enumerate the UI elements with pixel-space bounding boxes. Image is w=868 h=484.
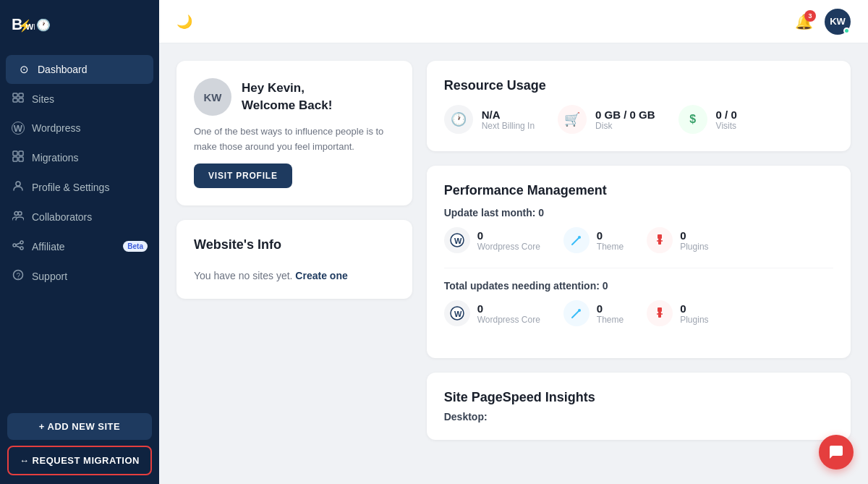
plugins-label: Plugins xyxy=(680,242,708,252)
online-indicator xyxy=(843,27,850,34)
visit-profile-button[interactable]: VISIT PROFILE xyxy=(194,164,292,188)
profile-icon xyxy=(12,180,25,194)
pagespeed-desktop-label: Desktop: xyxy=(444,411,833,423)
wp-core-count: 0 xyxy=(477,229,540,242)
sidebar-item-dashboard[interactable]: ⊙ Dashboard xyxy=(6,55,153,84)
perf-plugins: 0 Plugins xyxy=(647,227,708,253)
perf-theme: 0 Theme xyxy=(563,227,624,253)
svg-rect-9 xyxy=(13,157,17,161)
welcome-top: KW Hey Kevin,Welcome Back! xyxy=(194,78,395,116)
attention-wp-core: W 0 Wordpress Core xyxy=(444,300,540,326)
resource-billing: 🕐 N/A Next Billing In xyxy=(444,105,535,134)
svg-point-31 xyxy=(578,309,581,312)
notifications-button[interactable]: 🔔 3 xyxy=(795,13,813,30)
svg-point-16 xyxy=(20,247,23,250)
last-month-items: W 0 Wordpress Core 0 Theme xyxy=(444,227,833,253)
sidebar-item-collaborators[interactable]: Collaborators xyxy=(0,202,159,232)
sidebar-item-migrations[interactable]: Migrations xyxy=(0,143,159,172)
divider xyxy=(444,268,833,268)
sidebar-logo: B ⚡ WP 🕐 xyxy=(0,0,159,49)
attention-plugins: 0 Plugins xyxy=(647,300,708,326)
svg-rect-32 xyxy=(658,307,662,312)
topbar: 🌙 🔔 3 KW xyxy=(159,0,868,43)
svg-point-13 xyxy=(18,212,22,216)
last-month-title: Update last month: 0 xyxy=(444,207,833,218)
clock-icon[interactable]: 🕐 xyxy=(36,18,51,32)
sidebar-item-label: Affiliate xyxy=(32,241,116,252)
left-column: KW Hey Kevin,Welcome Back! One of the be… xyxy=(176,61,412,440)
sidebar-item-wordpress[interactable]: W Wordpress xyxy=(0,114,159,143)
svg-rect-5 xyxy=(13,98,17,102)
svg-text:WP: WP xyxy=(26,22,35,31)
svg-text:?: ? xyxy=(17,272,21,280)
beta-badge: Beta xyxy=(123,241,148,252)
resource-items: 🕐 N/A Next Billing In 🛒 0 GB / 0 GB Disk xyxy=(444,105,833,134)
attention-plugins-label: Plugins xyxy=(680,315,708,325)
svg-rect-10 xyxy=(19,157,23,161)
svg-line-30 xyxy=(572,310,579,318)
theme-icon xyxy=(563,227,590,253)
plugins-icon xyxy=(647,227,673,253)
svg-line-18 xyxy=(16,246,20,248)
svg-rect-6 xyxy=(19,98,23,102)
logo-icon: B ⚡ WP xyxy=(12,13,35,36)
svg-text:W: W xyxy=(454,237,462,245)
visits-label: Visits xyxy=(716,121,737,131)
create-site-link[interactable]: Create one xyxy=(295,270,347,281)
svg-point-14 xyxy=(13,244,16,247)
wordpress-icon: W xyxy=(12,122,25,135)
svg-rect-4 xyxy=(19,93,23,97)
wp-core-icon: W xyxy=(444,227,470,253)
svg-rect-25 xyxy=(658,234,662,239)
topbar-right: 🔔 3 KW xyxy=(795,9,851,35)
svg-rect-26 xyxy=(658,239,661,245)
resource-usage-card: Resource Usage 🕐 N/A Next Billing In 🛒 xyxy=(427,61,851,151)
sidebar-item-sites[interactable]: Sites xyxy=(0,84,159,114)
attention-title: Total updates needing attention: 0 xyxy=(444,280,833,292)
content-area: KW Hey Kevin,Welcome Back! One of the be… xyxy=(159,43,868,484)
main-area: 🌙 🔔 3 KW KW Hey Kevin xyxy=(159,0,868,484)
attention-theme-label: Theme xyxy=(597,315,624,325)
billing-label: Next Billing In xyxy=(482,121,535,131)
affiliate-icon xyxy=(12,239,25,253)
user-avatar[interactable]: KW xyxy=(825,9,851,35)
sidebar-item-label: Collaborators xyxy=(32,211,148,223)
svg-rect-7 xyxy=(13,151,17,156)
add-new-site-button[interactable]: + ADD NEW SITE xyxy=(7,413,152,440)
sidebar-item-label: Support xyxy=(32,271,148,282)
welcome-avatar-initials: KW xyxy=(204,91,222,103)
resource-usage-title: Resource Usage xyxy=(444,78,833,93)
migrations-icon xyxy=(12,150,25,164)
sidebar-item-affiliate[interactable]: Affiliate Beta xyxy=(0,232,159,261)
disk-label: Disk xyxy=(595,121,655,131)
sidebar-nav: ⊙ Dashboard Sites W Wordpress Migrations… xyxy=(0,49,159,404)
attention-theme-icon xyxy=(563,300,590,326)
performance-title: Performance Management xyxy=(444,183,833,198)
website-info-card: Website's Info You have no sites yet. Cr… xyxy=(176,220,412,299)
sidebar-item-support[interactable]: ? Support xyxy=(0,261,159,291)
svg-point-11 xyxy=(16,182,20,186)
request-migration-button[interactable]: ↔ REQUEST MIGRATION xyxy=(7,446,152,475)
welcome-greeting: Hey Kevin,Welcome Back! xyxy=(242,80,332,114)
theme-label: Theme xyxy=(597,242,624,252)
svg-point-24 xyxy=(578,236,581,239)
svg-text:W: W xyxy=(454,310,462,318)
dashboard-icon: ⊙ xyxy=(17,63,30,76)
pagespeed-title: Site PageSpeed Insights xyxy=(444,390,833,405)
performance-card: Performance Management Update last month… xyxy=(427,166,851,358)
no-sites-text: You have no sites yet. Create one xyxy=(194,270,395,281)
wp-core-label: Wordpress Core xyxy=(477,242,540,252)
right-column: Resource Usage 🕐 N/A Next Billing In 🛒 xyxy=(427,61,851,440)
sidebar-item-profile-settings[interactable]: Profile & Settings xyxy=(0,172,159,202)
sidebar-item-label: Profile & Settings xyxy=(32,182,148,193)
attention-theme-count: 0 xyxy=(597,302,624,315)
plugins-count: 0 xyxy=(680,229,708,242)
perf-wp-core: W 0 Wordpress Core xyxy=(444,227,540,253)
chat-button[interactable] xyxy=(819,435,854,470)
attention-wp-count: 0 xyxy=(477,302,540,315)
billing-value: N/A xyxy=(482,109,535,121)
attention-wp-label: Wordpress Core xyxy=(477,315,540,325)
pagespeed-card: Site PageSpeed Insights Desktop: xyxy=(427,373,851,440)
dark-mode-icon[interactable]: 🌙 xyxy=(176,14,192,30)
sidebar-item-label: Wordpress xyxy=(32,122,148,134)
